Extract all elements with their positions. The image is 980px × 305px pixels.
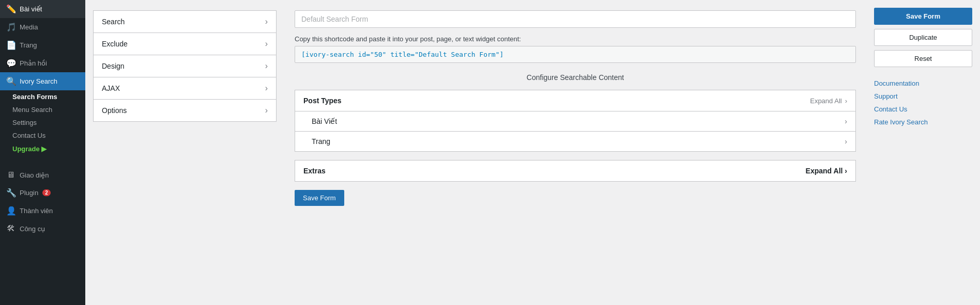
sidebar-item-thanh-vien[interactable]: 👤 Thành viên bbox=[0, 202, 85, 220]
main-content: Search › Exclude › Design › AJAX › Optio… bbox=[85, 0, 980, 305]
sidebar-item-bai-viet[interactable]: ✏️ Bài viết bbox=[0, 0, 85, 18]
sidebar-sub-item-contact-us[interactable]: Contact Us bbox=[0, 129, 85, 142]
plugin-badge: 2 bbox=[42, 189, 51, 196]
extras-chevron: › bbox=[845, 167, 847, 175]
bai-viet-chevron: › bbox=[845, 117, 847, 125]
right-panel: Save Form Duplicate Reset Documentation … bbox=[866, 0, 980, 305]
accordion-exclude-chevron: › bbox=[265, 39, 268, 49]
post-types-header[interactable]: Post Types Expand All › bbox=[295, 90, 856, 111]
accordion-ajax-chevron: › bbox=[265, 84, 268, 93]
accordion-ajax[interactable]: AJAX › bbox=[93, 77, 277, 99]
trang-row[interactable]: Trang › bbox=[295, 131, 856, 152]
trang-icon: 📄 bbox=[6, 40, 16, 50]
sidebar-item-cong-cu[interactable]: 🛠 Công cụ bbox=[0, 220, 85, 237]
sidebar-sub-item-settings[interactable]: Settings bbox=[0, 116, 85, 129]
trang-chevron: › bbox=[845, 137, 847, 146]
sidebar-upgrade[interactable]: Upgrade ▶ bbox=[0, 142, 85, 156]
sidebar-item-plugin[interactable]: 🔧 Plugin 2 bbox=[0, 184, 85, 202]
accordion-design[interactable]: Design › bbox=[93, 55, 277, 77]
configure-title: Configure Searchable Content bbox=[295, 73, 856, 82]
sidebar-item-media[interactable]: 🎵 Media bbox=[0, 18, 85, 36]
ivory-search-icon: 🔍 bbox=[6, 76, 16, 86]
bai-viet-icon: ✏️ bbox=[6, 4, 16, 14]
rate-link[interactable]: Rate Ivory Search bbox=[874, 118, 972, 126]
thanh-vien-icon: 👤 bbox=[6, 206, 16, 216]
phan-hoi-icon: 💬 bbox=[6, 58, 16, 68]
center-panel: Copy this shortcode and paste it into yo… bbox=[284, 0, 866, 305]
save-form-button-top[interactable]: Save Form bbox=[874, 8, 972, 25]
sidebar-item-trang[interactable]: 📄 Trang bbox=[0, 36, 85, 54]
extras-header[interactable]: Extras Expand All › bbox=[295, 160, 856, 182]
sidebar-item-phan-hoi[interactable]: 💬 Phản hồi bbox=[0, 54, 85, 72]
expand-all-extras[interactable]: Expand All › bbox=[806, 167, 847, 175]
accordion-search[interactable]: Search › bbox=[93, 10, 277, 33]
bai-viet-row[interactable]: Bài Viết › bbox=[295, 111, 856, 131]
sidebar-sub-item-menu-search[interactable]: Menu Search bbox=[0, 103, 85, 116]
post-types-chevron: › bbox=[845, 97, 847, 105]
shortcode-box[interactable]: [ivory-search id="50" title="Default Sea… bbox=[295, 46, 856, 63]
sidebar-item-giao-dien[interactable]: 🖥 Giao diện bbox=[0, 166, 85, 184]
sidebar-item-ivory-search[interactable]: 🔍 Ivory Search bbox=[0, 72, 85, 90]
contact-us-link[interactable]: Contact Us bbox=[874, 105, 972, 113]
expand-all-post-types[interactable]: Expand All › bbox=[810, 97, 847, 105]
left-panel: Search › Exclude › Design › AJAX › Optio… bbox=[85, 0, 284, 305]
duplicate-button[interactable]: Duplicate bbox=[874, 29, 972, 46]
form-title-input[interactable] bbox=[295, 10, 856, 28]
media-icon: 🎵 bbox=[6, 22, 16, 32]
right-links: Documentation Support Contact Us Rate Iv… bbox=[874, 79, 972, 126]
reset-button[interactable]: Reset bbox=[874, 50, 972, 67]
documentation-link[interactable]: Documentation bbox=[874, 79, 972, 87]
sidebar: ✏️ Bài viết 🎵 Media 📄 Trang 💬 Phản hồi 🔍… bbox=[0, 0, 85, 305]
save-form-button-bottom[interactable]: Save Form bbox=[295, 190, 344, 206]
giao-dien-icon: 🖥 bbox=[6, 170, 16, 180]
plugin-icon: 🔧 bbox=[6, 188, 16, 198]
shortcode-label: Copy this shortcode and paste it into yo… bbox=[295, 35, 856, 43]
accordion-search-chevron: › bbox=[265, 17, 268, 26]
sidebar-sub-item-search-forms[interactable]: Search Forms bbox=[0, 90, 85, 103]
support-link[interactable]: Support bbox=[874, 92, 972, 100]
accordion-design-chevron: › bbox=[265, 61, 268, 71]
accordion-exclude[interactable]: Exclude › bbox=[93, 33, 277, 55]
accordion-options[interactable]: Options › bbox=[93, 99, 277, 122]
accordion-options-chevron: › bbox=[265, 106, 268, 115]
cong-cu-icon: 🛠 bbox=[6, 224, 16, 233]
